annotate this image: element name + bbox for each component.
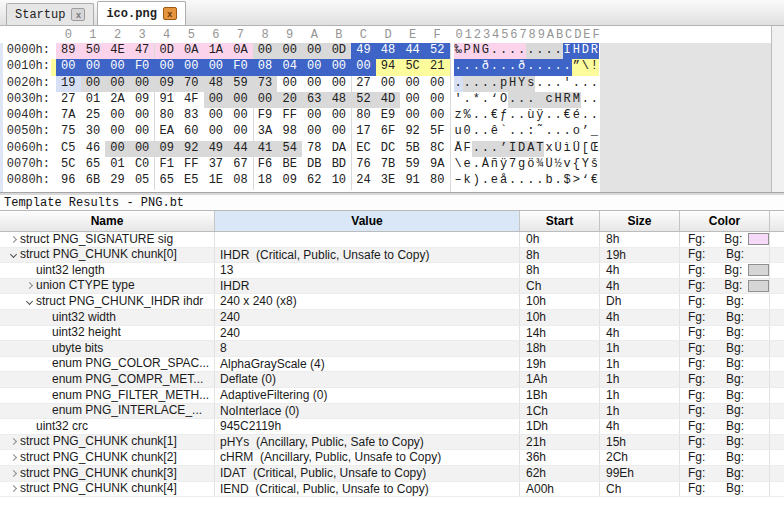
ascii-char[interactable]: . [581,108,590,124]
hex-byte[interactable]: 08 [228,173,253,189]
hex-byte[interactable]: 08 [253,59,278,75]
ascii-char[interactable]: . [590,92,599,108]
ascii-char[interactable]: A [526,141,535,157]
ascii-char[interactable]: . [490,59,499,75]
ascii-char[interactable]: * [472,92,481,108]
hex-byte[interactable]: 4F [179,92,204,108]
ascii-char[interactable]: š [590,157,599,173]
template-row[interactable]: union CTYPE typeIHDRCh4hFg:Bg: [0,279,784,295]
hex-byte[interactable]: 0D [154,43,179,59]
hex-byte[interactable]: 10 [327,173,352,189]
hex-byte[interactable]: 27 [56,92,81,108]
ascii-char[interactable]: . [563,59,572,75]
ascii-char[interactable]: . [499,59,508,75]
hex-byte[interactable]: 00 [302,59,327,75]
hex-byte[interactable]: 09 [277,173,302,189]
ascii-char[interactable]: . [535,173,544,189]
hex-byte[interactable]: 29 [105,173,130,189]
ascii-char[interactable]: . [472,59,481,75]
hex-byte[interactable]: 98 [277,124,302,140]
ascii-char[interactable]: ` [499,124,508,140]
hex-byte[interactable]: 92 [400,124,425,140]
ascii-char[interactable]: z [454,108,463,124]
template-row[interactable]: uint32 width24010h4hFg:Bg: [0,310,784,326]
hex-byte[interactable]: 5C [400,59,425,75]
ascii-char[interactable] [535,92,544,108]
ascii-char[interactable]: . [454,76,463,92]
hex-byte[interactable]: 48 [204,76,229,92]
ascii-char[interactable]: . [581,92,590,108]
ascii-char[interactable]: . [472,76,481,92]
hex-byte[interactable]: 00 [81,59,106,75]
expand-arrow[interactable] [6,466,20,481]
ascii-char[interactable]: . [535,76,544,92]
hex-byte[interactable]: 00 [253,92,278,108]
ascii-char[interactable]: Ü [572,141,581,157]
ascii-char[interactable]: N [472,43,481,59]
ascii-char[interactable]: . [508,92,517,108]
hex-byte[interactable]: 00 [228,124,253,140]
hex-byte[interactable]: 0A [228,43,253,59]
ascii-char[interactable]: ! [590,59,599,75]
hex-byte[interactable]: 00 [277,76,302,92]
ascii-char[interactable]: . [508,59,517,75]
ascii-char[interactable]: H [554,92,563,108]
template-row[interactable]: enum PNG_FILTER_METH...AdaptiveFiltering… [0,388,784,404]
tab-startup[interactable]: Startup x [6,3,94,25]
hex-byte[interactable]: 52 [425,43,450,59]
hex-byte[interactable]: 49 [351,43,376,59]
hex-byte[interactable]: 00 [204,108,229,124]
ascii-char[interactable]: . [463,92,472,108]
ascii-char[interactable]: o [572,124,581,140]
ascii-char[interactable]: . [554,43,563,59]
hex-byte[interactable]: 5B [400,141,425,157]
hex-byte[interactable]: 80 [154,108,179,124]
hex-byte[interactable]: 17 [351,124,376,140]
hex-byte[interactable]: 00 [105,108,130,124]
ascii-char[interactable]: Œ [590,141,599,157]
hex-byte[interactable]: 78 [302,141,327,157]
ascii-char[interactable]: G [481,43,490,59]
ascii-char[interactable]: \ [581,59,590,75]
hex-byte[interactable]: 96 [56,173,81,189]
hex-byte[interactable]: 00 [204,124,229,140]
ascii-char[interactable]: ” [572,59,581,75]
hex-byte[interactable]: 00 [105,59,130,75]
hex-byte[interactable]: 46 [81,141,106,157]
ascii-char[interactable]: ˜ [535,124,544,140]
hex-byte[interactable]: 00 [105,124,130,140]
ascii-char[interactable]: . [554,124,563,140]
ascii-char[interactable]: : [526,124,535,140]
expand-arrow[interactable] [22,294,36,309]
hex-byte[interactable]: 83 [179,108,204,124]
hex-byte[interactable]: 91 [400,173,425,189]
hex-byte[interactable]: 00 [400,92,425,108]
ascii-char[interactable]: . [526,173,535,189]
ascii-char[interactable]: . [517,124,526,140]
hex-byte[interactable]: 30 [81,124,106,140]
hex-byte[interactable]: F0 [228,59,253,75]
hex-byte[interactable]: 00 [327,76,352,92]
hex-byte[interactable]: 62 [302,173,327,189]
ascii-char[interactable]: R [563,92,572,108]
hex-byte[interactable]: 00 [105,141,130,157]
hex-byte[interactable]: 00 [327,59,352,75]
ascii-char[interactable]: T [535,141,544,157]
ascii-char[interactable]: . [499,43,508,59]
ascii-char[interactable]: . [554,59,563,75]
ascii-char[interactable]: % [463,108,472,124]
hex-byte[interactable]: 1A [204,43,229,59]
hex-byte[interactable]: 00 [130,141,155,157]
ascii-char[interactable]: . [590,76,599,92]
hex-byte[interactable]: 52 [351,92,376,108]
ascii-char[interactable]: – [454,173,463,189]
hex-byte[interactable]: 04 [277,59,302,75]
ascii-char[interactable]: Å [454,141,463,157]
ascii-char[interactable]: . [490,43,499,59]
ascii-char[interactable]: P [463,43,472,59]
hex-byte[interactable]: 8C [425,141,450,157]
hex-byte[interactable]: 24 [351,173,376,189]
expand-arrow[interactable] [6,248,20,263]
ascii-char[interactable]: . [517,173,526,189]
hex-byte[interactable]: 89 [56,43,81,59]
